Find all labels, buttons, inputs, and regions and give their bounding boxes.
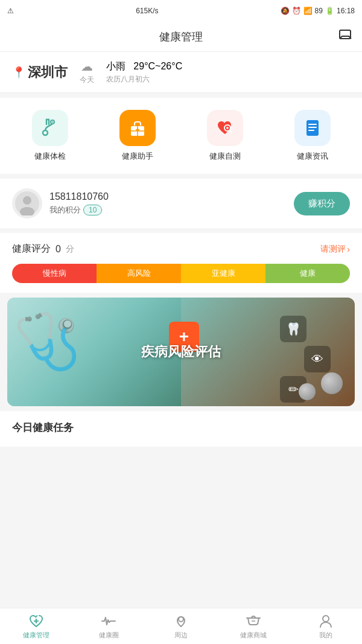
chevron-right-icon: › [347,244,350,254]
score-title-row: 健康评分 0 分 [12,243,74,255]
pulse-icon [101,613,116,629]
svg-point-30 [323,616,329,622]
city-display: 📍 深圳市 [12,63,68,81]
nav-item-nearby[interactable]: 周边 [145,611,217,642]
score-unit: 分 [66,244,74,255]
clock-icon: ⏰ [292,7,301,15]
bottom-navigation: 健康管理 健康圈 周边 健康商城 我的 [0,608,362,644]
menu-label-health-assistant: 健康助手 [122,151,153,162]
warning-icon: ⚠ [7,7,14,15]
menu-label-health-selftest: 健康自测 [209,151,241,162]
points-label: 我的积分 [49,205,81,215]
weather-cloud-icon: ☁ [81,59,93,74]
status-center: 615K/s [136,7,158,15]
seg-sub-health: 亚健康 [181,264,265,283]
health-news-icon-bg [294,110,331,146]
battery-level: 89 [315,7,323,15]
heart-search-icon [214,117,236,139]
menu-item-health-checkup[interactable]: 健康体检 [32,110,68,162]
score-link[interactable]: 请测评 › [320,244,350,255]
battery-icon: 🔋 [325,7,334,15]
location-icon: 📍 [12,66,25,79]
briefcase-icon [127,117,148,139]
user-section: 15811810760 我的积分 10 赚积分 [0,179,362,228]
menu-item-health-assistant[interactable]: 健康助手 [119,110,156,162]
user-info: 15811810760 我的积分 10 [49,191,109,215]
score-title-text: 健康评分 [12,243,51,255]
weather-bar: 📍 深圳市 ☁ 今天 小雨 29°C~26°C 农历八月初六 [0,52,362,93]
nav-item-health-shop[interactable]: 健康商城 [217,611,290,642]
banner-text: 疾病风险评估 [141,343,221,361]
message-button[interactable] [338,28,352,45]
nav-item-profile[interactable]: 我的 [290,611,362,642]
score-link-text: 请测评 [320,244,346,255]
svg-line-16 [230,130,232,132]
mute-icon: 🔕 [281,7,290,15]
health-score-section: 健康评分 0 分 请测评 › 慢性病 高风险 亚健康 健康 [0,233,362,293]
user-avatar [12,188,42,218]
network-speed: 615K/s [136,7,158,15]
seg-healthy-label: 健康 [300,268,316,279]
weather-condition-temp: 小雨 29°C~26°C [106,60,182,73]
weather-temp: 29°C~26°C [133,61,182,71]
health-assistant-icon-bg [119,110,156,146]
avatar-image [15,191,39,215]
nav-label-health-shop: 健康商城 [240,631,267,640]
status-left: ⚠ [7,7,14,15]
nav-label-health-mgmt: 健康管理 [23,631,49,640]
quick-menu: 健康体检 健康助手 健康自测 [0,98,362,174]
svg-point-24 [23,196,31,205]
svg-point-4 [43,130,48,135]
weather-info: ☁ 今天 [80,59,94,85]
user-left: 15811810760 我的积分 10 [12,188,109,218]
seg-sub-health-label: 亚健康 [212,268,235,279]
location-icon [173,613,189,629]
today-tasks-section: 今日健康任务 [0,411,362,447]
weather-lunar: 农历八月初六 [106,74,182,84]
nav-label-nearby: 周边 [174,631,188,640]
seg-chronic: 慢性病 [12,264,97,283]
points-badge: 10 [83,205,102,215]
health-progress-bar: 慢性病 高风险 亚健康 健康 [12,264,350,283]
svg-point-6 [52,121,53,123]
stethoscope-icon [39,117,61,139]
person-icon [318,613,334,629]
menu-label-health-checkup: 健康体检 [34,151,66,162]
menu-label-health-news: 健康资讯 [297,151,328,162]
shop-icon [246,613,261,629]
seg-high-risk: 高风险 [97,264,181,283]
status-bar: ⚠ 615K/s 🔕 ⏰ 📶 89 🔋 16:18 [0,0,362,22]
health-selftest-icon-bg [207,110,243,146]
disease-risk-banner[interactable]: 🩺 + 🦷 👁 ✏ 疾病风险评估 [7,298,355,406]
header-title: 健康管理 [159,30,203,44]
seg-healthy: 健康 [265,264,350,283]
nav-label-health-circle: 健康圈 [99,631,119,640]
weather-detail: 小雨 29°C~26°C 农历八月初六 [106,60,182,84]
weather-today: 今天 [80,75,94,85]
score-value: 0 [56,244,61,255]
wifi-icon: 📶 [303,7,313,15]
heart-plus-icon [28,613,44,629]
weather-condition: 小雨 [106,61,125,71]
seg-high-risk-label: 高风险 [127,268,151,279]
today-tasks-title: 今日健康任务 [12,421,350,435]
clock-time: 16:18 [337,7,355,15]
city-name: 深圳市 [28,63,68,81]
banner-overlay: 疾病风险评估 [7,298,355,406]
document-icon [302,117,323,139]
app-header: 健康管理 [0,22,362,52]
seg-chronic-label: 慢性病 [43,268,66,279]
user-points-row: 我的积分 10 [49,205,109,215]
menu-item-health-selftest[interactable]: 健康自测 [207,110,243,162]
nav-item-health-circle[interactable]: 健康圈 [72,611,145,642]
score-header: 健康评分 0 分 请测评 › [12,243,350,255]
nav-label-profile: 我的 [319,631,332,640]
nav-item-health-mgmt[interactable]: 健康管理 [0,611,72,642]
earn-points-button[interactable]: 赚积分 [294,192,350,215]
status-right: 🔕 ⏰ 📶 89 🔋 16:18 [281,7,355,15]
menu-item-health-news[interactable]: 健康资讯 [294,110,331,162]
user-phone: 15811810760 [49,191,109,202]
health-checkup-icon-bg [32,110,68,146]
